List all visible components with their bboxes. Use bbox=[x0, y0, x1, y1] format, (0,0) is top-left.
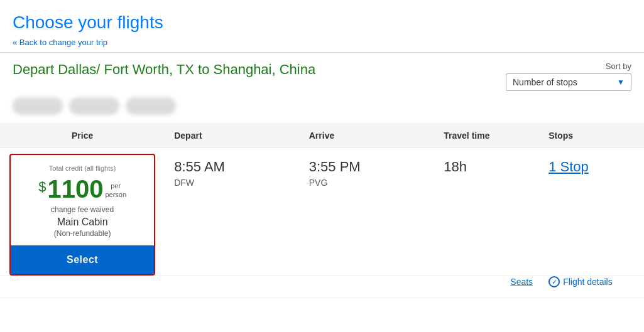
price-card: Total credit (all flights) $ 1100 perper… bbox=[9, 154, 155, 276]
change-fee-label: change fee waived bbox=[18, 205, 146, 214]
col-price: Price bbox=[0, 124, 165, 147]
select-button[interactable]: Select bbox=[11, 245, 154, 274]
col-arrive: Arrive bbox=[300, 124, 435, 147]
sort-selected-value: Number of stops bbox=[513, 77, 577, 87]
flight-details-link[interactable]: ✓ Flight details bbox=[548, 276, 635, 287]
back-link[interactable]: « Back to change your trip bbox=[13, 38, 107, 47]
depart-cell: 8:55 AM DFW bbox=[165, 147, 300, 276]
filter-pill-1[interactable] bbox=[13, 97, 63, 115]
depart-airport: DFW bbox=[174, 178, 290, 188]
filter-pills-area bbox=[0, 91, 644, 124]
depart-time: 8:55 AM bbox=[174, 159, 290, 175]
sort-label: Sort by bbox=[606, 62, 631, 71]
arrive-time: 3:55 PM bbox=[309, 159, 425, 175]
sort-dropdown[interactable]: Number of stops ▼ bbox=[506, 73, 631, 91]
stops-cell: 1 Stop bbox=[539, 147, 644, 276]
check-circle-icon: ✓ bbox=[548, 276, 560, 287]
page-title: Choose your flights bbox=[13, 6, 631, 36]
filter-pill-3[interactable] bbox=[126, 97, 176, 115]
cabin-type-label: Main Cabin bbox=[18, 217, 146, 228]
chevron-down-icon: ▼ bbox=[617, 78, 625, 87]
flights-table: Price Depart Arrive Travel time Stops To… bbox=[0, 124, 644, 298]
per-person-label: perperson bbox=[105, 181, 126, 200]
filter-pill-2[interactable] bbox=[69, 97, 119, 115]
col-travel-time: Travel time bbox=[434, 124, 539, 147]
arrive-airport: PVG bbox=[309, 178, 425, 188]
flight-details-label: Flight details bbox=[563, 277, 613, 287]
table-row-actions: Seats ✓ Flight details bbox=[0, 276, 644, 298]
stops-link[interactable]: 1 Stop bbox=[548, 159, 589, 174]
seats-cell: Seats bbox=[434, 276, 539, 298]
non-refundable-label: (Non-refundable) bbox=[18, 229, 146, 238]
price-number: 1100 bbox=[47, 176, 103, 201]
table-row: Total credit (all flights) $ 1100 perper… bbox=[0, 147, 644, 276]
route-title: Depart Dallas/ Fort Worth, TX to Shangha… bbox=[13, 62, 315, 78]
dollar-sign: $ bbox=[38, 179, 46, 195]
seats-link[interactable]: Seats bbox=[510, 277, 533, 287]
travel-time-value: 18h bbox=[444, 159, 530, 175]
flight-details-cell: ✓ Flight details bbox=[539, 276, 644, 298]
sort-area: Sort by Number of stops ▼ bbox=[506, 62, 631, 91]
travel-time-cell: 18h bbox=[434, 147, 539, 276]
col-stops: Stops bbox=[539, 124, 644, 147]
price-amount: $ 1100 perperson bbox=[18, 176, 146, 201]
col-depart: Depart bbox=[165, 124, 300, 147]
total-credit-label: Total credit (all flights) bbox=[18, 164, 146, 173]
price-cell: Total credit (all flights) $ 1100 perper… bbox=[0, 147, 165, 276]
table-header-row: Price Depart Arrive Travel time Stops bbox=[0, 124, 644, 147]
arrive-cell: 3:55 PM PVG bbox=[300, 147, 435, 276]
